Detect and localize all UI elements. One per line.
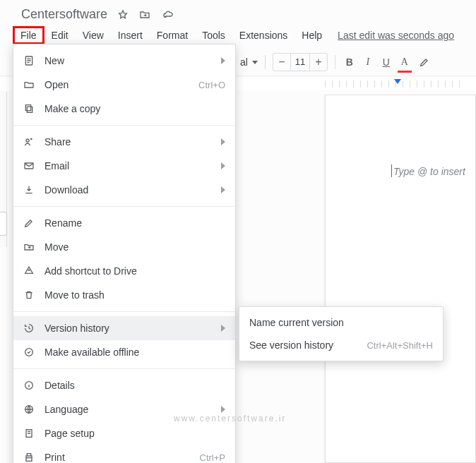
- see-version-history[interactable]: See version history Ctrl+Alt+Shift+H: [239, 334, 443, 356]
- file-share[interactable]: Share: [13, 130, 235, 154]
- document-title[interactable]: Centersoftware: [21, 7, 107, 22]
- font-size-increase[interactable]: +: [310, 56, 327, 68]
- font-size-stepper[interactable]: − 11 +: [273, 53, 328, 71]
- menu-label: Details: [44, 380, 225, 391]
- file-page-setup[interactable]: Page setup: [13, 421, 235, 445]
- menu-help[interactable]: Help: [294, 27, 329, 44]
- submenu-arrow-icon: [221, 55, 225, 66]
- file-email[interactable]: Email: [13, 154, 235, 178]
- file-move[interactable]: Move: [13, 235, 235, 259]
- bold-button[interactable]: B: [343, 54, 357, 71]
- menu-edit[interactable]: Edit: [44, 27, 76, 44]
- svg-rect-9: [26, 458, 32, 462]
- submenu-arrow-icon: [221, 323, 225, 334]
- print-icon: [23, 452, 44, 463]
- menu-shortcut: Ctrl+Alt+Shift+H: [367, 340, 433, 351]
- font-size-decrease[interactable]: −: [273, 56, 290, 68]
- menu-label: Page setup: [44, 428, 225, 439]
- submenu-arrow-icon: [221, 184, 225, 196]
- menu-label: Move: [44, 241, 225, 253]
- menu-label: Rename: [44, 217, 225, 229]
- file-menu-dropdown: New Open Ctrl+O Make a copy Share Email …: [13, 44, 236, 463]
- menu-separator: [13, 311, 235, 312]
- file-open[interactable]: Open Ctrl+O: [13, 73, 235, 97]
- folder-open-icon: [23, 79, 44, 90]
- svg-point-3: [26, 139, 29, 142]
- svg-rect-1: [27, 107, 32, 112]
- globe-icon: [23, 404, 44, 415]
- last-edit-link[interactable]: Last edit was seconds ago: [338, 30, 454, 41]
- file-offline[interactable]: Make available offline: [13, 340, 235, 364]
- svg-rect-2: [25, 105, 30, 111]
- rename-icon: [23, 217, 44, 229]
- menu-label: Print: [44, 452, 190, 463]
- file-make-copy[interactable]: Make a copy: [13, 97, 235, 121]
- indent-marker-icon[interactable]: [394, 79, 401, 84]
- document-icon: [23, 55, 44, 66]
- file-version-history[interactable]: Version history: [13, 316, 235, 340]
- menu-label: See version history: [249, 339, 367, 351]
- menu-insert[interactable]: Insert: [111, 27, 150, 44]
- cloud-status-icon[interactable]: [161, 9, 175, 20]
- menu-label: Move to trash: [44, 289, 225, 301]
- copy-icon: [23, 103, 44, 114]
- italic-button[interactable]: I: [361, 54, 375, 71]
- file-new[interactable]: New: [13, 49, 235, 73]
- email-icon: [23, 160, 44, 172]
- file-download[interactable]: Download: [13, 178, 235, 202]
- menu-separator: [13, 125, 235, 126]
- paragraph-style-dropdown[interactable]: al: [240, 56, 258, 68]
- move-folder-icon[interactable]: [138, 9, 151, 20]
- menu-format[interactable]: Format: [150, 27, 195, 44]
- download-icon: [23, 184, 44, 196]
- file-details[interactable]: Details: [13, 373, 235, 397]
- highlight-button[interactable]: [416, 54, 433, 71]
- submenu-arrow-icon: [221, 136, 225, 148]
- trash-icon: [23, 289, 44, 301]
- menu-label: Add shortcut to Drive: [44, 265, 225, 277]
- menu-tools[interactable]: Tools: [195, 27, 232, 44]
- menu-label: Share: [44, 136, 221, 148]
- menu-shortcut: Ctrl+O: [190, 80, 225, 90]
- menu-label: Version history: [44, 323, 221, 334]
- file-add-shortcut[interactable]: Add shortcut to Drive: [13, 259, 235, 283]
- font-size-value[interactable]: 11: [290, 54, 310, 71]
- star-icon[interactable]: [117, 9, 129, 20]
- menu-extensions[interactable]: Extensions: [232, 27, 294, 44]
- file-move-trash[interactable]: Move to trash: [13, 283, 235, 307]
- underline-button[interactable]: U: [379, 54, 393, 71]
- menu-label: Open: [44, 79, 190, 90]
- watermark-text: www.centersoftware.ir: [174, 414, 286, 423]
- file-print[interactable]: Print Ctrl+P: [13, 445, 235, 463]
- menu-separator: [13, 206, 235, 207]
- menu-label: Name current version: [249, 317, 433, 328]
- chevron-down-icon: [252, 61, 258, 64]
- file-rename[interactable]: Rename: [13, 211, 235, 235]
- move-icon: [23, 241, 44, 253]
- history-icon: [23, 323, 44, 334]
- document-page[interactable]: Type @ to insert: [325, 95, 476, 463]
- outline-toggle[interactable]: [0, 212, 7, 236]
- paragraph-style-label: al: [240, 56, 248, 68]
- submenu-arrow-icon: [221, 160, 225, 172]
- toolbar-separator: [335, 55, 335, 69]
- info-icon: [23, 380, 44, 391]
- menu-label: New: [44, 55, 221, 66]
- menu-label: Make a copy: [44, 103, 225, 114]
- menu-label: Make available offline: [44, 347, 225, 358]
- offline-icon: [23, 347, 44, 358]
- menu-label: Email: [44, 160, 221, 172]
- share-icon: [23, 136, 44, 148]
- version-history-submenu: Name current version See version history…: [239, 306, 444, 361]
- menu-view[interactable]: View: [76, 27, 111, 44]
- page-setup-icon: [23, 428, 44, 439]
- menu-separator: [13, 368, 235, 369]
- menu-shortcut: Ctrl+P: [190, 452, 225, 463]
- text-cursor: [391, 164, 392, 177]
- name-current-version[interactable]: Name current version: [239, 311, 443, 334]
- drive-shortcut-icon: [23, 265, 44, 277]
- menu-file[interactable]: File: [13, 26, 44, 44]
- text-color-button[interactable]: A: [398, 54, 412, 71]
- menu-label: Download: [44, 184, 221, 196]
- toolbar-separator: [265, 55, 266, 69]
